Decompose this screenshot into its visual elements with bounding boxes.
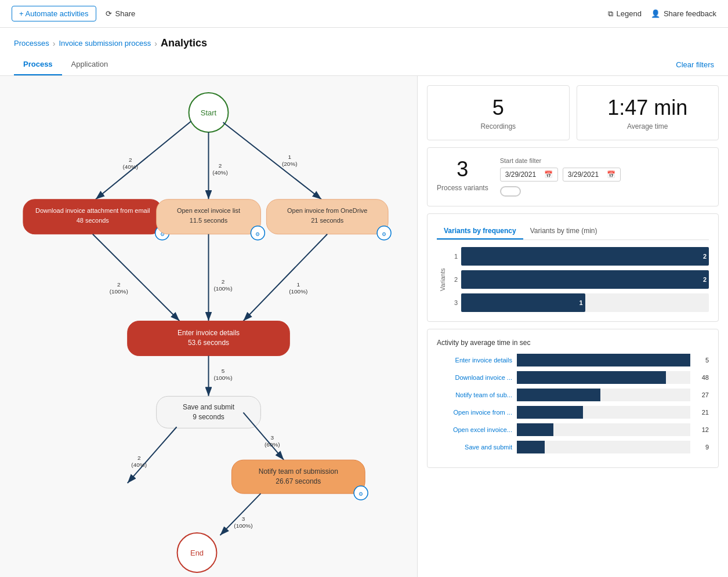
start-calendar-icon[interactable]: 📅	[544, 170, 553, 179]
svg-text:(60%): (60%)	[265, 441, 280, 448]
svg-text:(100%): (100%)	[213, 375, 232, 381]
activity-chart-card: Activity by average time in sec Enter in…	[427, 329, 719, 468]
automate-activities-button[interactable]: + Automate activities	[12, 6, 96, 21]
save-submit-node[interactable]	[157, 396, 261, 428]
svg-text:2: 2	[219, 162, 222, 169]
variant-bar-value: 1	[579, 299, 582, 306]
end-calendar-icon[interactable]: 📅	[607, 170, 615, 179]
activity-bar-outer	[517, 441, 690, 453]
svg-text:5: 5	[222, 368, 225, 374]
activity-bar-fill	[517, 354, 690, 366]
date-filter-toggle[interactable]	[500, 186, 521, 197]
svg-line-2	[96, 121, 191, 199]
variants-chart-card: Variants by frequency Variants by time (…	[427, 213, 719, 322]
activity-bar-fill	[517, 423, 553, 436]
activity-bar-row: Enter invoice details5	[437, 354, 709, 366]
legend-button[interactable]: ⧉ Legend	[608, 9, 642, 19]
activity-bar-value: 27	[695, 391, 709, 398]
svg-text:⚙: ⚙	[358, 491, 363, 497]
variant-bar-row: 31	[448, 293, 709, 312]
avg-time-label: Average time	[586, 122, 709, 130]
svg-text:26.67 seconds: 26.67 seconds	[276, 477, 321, 485]
activity-bar-value: 9	[695, 444, 709, 451]
activity-bar-outer	[517, 406, 690, 419]
activity-bar-outer	[517, 371, 690, 384]
activity-name: Open excel invoice...	[437, 426, 512, 433]
activity-name: Save and submit	[437, 444, 512, 451]
breadcrumb-sep-2: ›	[154, 39, 157, 48]
svg-text:9 seconds: 9 seconds	[193, 413, 224, 421]
breadcrumb: Processes › Invoice submission process ›…	[0, 28, 728, 54]
activity-bar-fill	[517, 406, 583, 419]
svg-text:⚙: ⚙	[255, 231, 260, 237]
stats-row: 5 Recordings 1:47 min Average time	[427, 85, 719, 140]
recordings-card: 5 Recordings	[427, 85, 570, 140]
tab-application[interactable]: Application	[62, 54, 118, 75]
svg-text:11.5 seconds: 11.5 seconds	[190, 217, 228, 224]
svg-text:Open invoice from OneDrive: Open invoice from OneDrive	[287, 207, 367, 214]
activity-bar-value: 21	[695, 409, 709, 416]
activity-bar-row: Open invoice from ...21	[437, 406, 709, 419]
svg-line-8	[223, 122, 321, 199]
activity-name: Open invoice from ...	[437, 409, 512, 416]
svg-text:21 seconds: 21 seconds	[311, 217, 344, 224]
activity-bar-outer	[517, 423, 690, 436]
process-variants-card: 3 Process variants Start date filter 3/2…	[427, 147, 719, 206]
svg-text:Save and submit: Save and submit	[183, 403, 235, 411]
variant-bar-label: 1	[448, 253, 458, 260]
svg-text:(100%): (100%)	[110, 288, 128, 295]
variant-bar-label: 3	[448, 299, 458, 306]
activity-bars: Enter invoice details5Download invoice .…	[437, 354, 709, 453]
activity-bar-value: 48	[695, 374, 709, 381]
end-date-input[interactable]: 3/29/2021 📅	[563, 168, 621, 182]
variant-bar-outer: 2	[461, 270, 709, 289]
share-button[interactable]: ⟳ Share	[106, 9, 136, 18]
variants-label: Process variants	[437, 184, 488, 192]
y-axis-label: Variants	[437, 247, 448, 312]
date-inputs: 3/29/2021 📅 3/29/2021 📅	[500, 168, 709, 182]
activity-name: Enter invoice details	[437, 357, 512, 364]
start-date-value: 3/29/2021	[505, 170, 536, 179]
svg-text:Open excel invoice list: Open excel invoice list	[177, 207, 240, 214]
topbar-right: ⧉ Legend 👤 Share feedback	[608, 9, 716, 19]
activity-bar-value: 12	[695, 426, 709, 433]
variant-bar-row: 22	[448, 270, 709, 289]
variant-bar-value: 2	[703, 276, 707, 283]
start-date-input[interactable]: 3/29/2021 📅	[500, 168, 558, 182]
activity-bar-row: Open excel invoice...12	[437, 423, 709, 436]
svg-line-49	[220, 493, 260, 535]
svg-text:(40%): (40%)	[131, 462, 147, 468]
activity-name: Download invoice ...	[437, 374, 512, 381]
activity-bar-fill	[517, 389, 600, 401]
svg-line-42	[128, 427, 177, 483]
layers-icon: ⧉	[608, 9, 613, 19]
tab-process[interactable]: Process	[14, 54, 62, 75]
variant-bar-outer: 1	[461, 293, 709, 312]
date-filter-section: Start date filter 3/29/2021 📅 3/29/2021 …	[500, 157, 709, 197]
toggle-row	[500, 186, 709, 197]
breadcrumb-invoice[interactable]: Invoice submission process	[59, 39, 151, 48]
right-panel: 5 Recordings 1:47 min Average time 3 Pro…	[418, 76, 728, 577]
variant-bar-value: 2	[703, 253, 707, 260]
activity-name: Notify team of sub...	[437, 391, 512, 398]
svg-text:(40%): (40%)	[122, 164, 138, 170]
topbar: + Automate activities ⟳ Share ⧉ Legend 👤…	[0, 0, 728, 28]
feedback-icon: 👤	[651, 9, 660, 18]
clear-filters-link[interactable]: Clear filters	[676, 55, 714, 75]
tab-variants-frequency[interactable]: Variants by frequency	[437, 223, 523, 239]
activity-bar-row: Download invoice ...48	[437, 371, 709, 384]
activity-bar-fill	[517, 441, 545, 453]
bar-chart-content: 122231	[448, 247, 709, 312]
main-content: Start 2 (40%) 2 (40%) 1 (20%) Download i…	[0, 76, 728, 577]
svg-text:(20%): (20%)	[282, 161, 298, 167]
share-icon: ⟳	[106, 9, 112, 18]
variant-bar-outer: 2	[461, 247, 709, 266]
svg-text:3: 3	[271, 434, 274, 441]
variants-chart-wrapper: Variants 122231	[437, 247, 709, 312]
breadcrumb-processes[interactable]: Processes	[14, 39, 49, 48]
share-feedback-button[interactable]: 👤 Share feedback	[651, 9, 716, 18]
svg-text:(100%): (100%)	[213, 285, 232, 292]
svg-line-39	[243, 412, 284, 460]
svg-text:(100%): (100%)	[289, 288, 307, 295]
tab-variants-time[interactable]: Variants by time (min)	[523, 223, 604, 239]
